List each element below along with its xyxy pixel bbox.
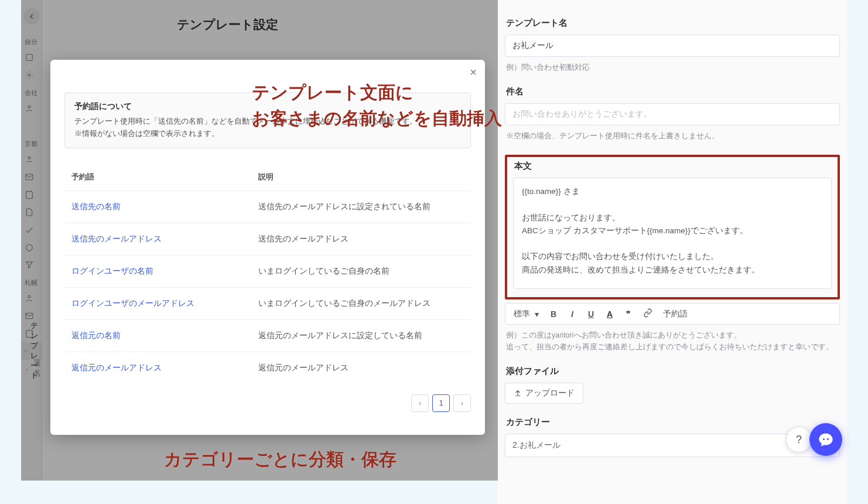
svg-point-6 [28,295,30,298]
editor-toolbar: 標準 ▾ B I U A ❞ 予約語 [505,303,840,325]
reserved-word-desc: 返信元のメールアドレス [251,352,471,384]
reserved-word-desc: 返信元のメールアドレスに設定している名前 [251,319,471,352]
table-row: 返信元の名前返信元のメールアドレスに設定している名前 [64,319,471,352]
field-label: テンプレート名 [506,18,840,29]
modal-note-line: ※情報がない場合は空欄で表示されます。 [74,128,461,140]
svg-rect-9 [25,350,27,352]
style-select[interactable]: 標準 ▾ [514,309,539,319]
pager-prev[interactable]: ‹ [411,394,429,412]
body-highlight-frame: 本文 [505,155,840,299]
table-row: 返信元のメールアドレス返信元のメールアドレス [64,352,471,384]
reserved-word-link[interactable]: 送信先の名前 [64,190,251,223]
upload-button[interactable]: アップロード [505,383,583,404]
svg-point-2 [28,105,30,108]
modal-infobox: 予約語について テンプレート使用時に「送信先の名前」などを自動でメール本文に埋め… [64,93,471,148]
chevron-down-icon: ▾ [535,309,539,319]
sidebar-item[interactable] [21,221,42,239]
modal-note-title: 予約語について [74,101,461,112]
left-screenshot: 自分 会社 京都 札幌 テンプレート 署名 テンプレート設定 × 予約 [21,0,498,481]
modal-note-line: テンプレート使用時に「送信先の名前」などを自動でメール本文に埋め込むことができる… [74,115,461,128]
reserved-word-link[interactable]: 送信先のメールアドレス [64,223,251,255]
link-icon[interactable] [643,308,652,319]
svg-rect-5 [26,192,33,199]
sidebar-item[interactable] [21,168,42,186]
chat-fab[interactable] [809,423,842,456]
sidebar-item[interactable] [21,290,42,307]
table-header: 説明 [251,164,471,191]
svg-point-10 [823,438,825,440]
page-title: テンプレート設定 [42,0,498,41]
close-icon[interactable]: × [470,66,477,79]
pager-page[interactable]: 1 [432,394,450,412]
table-row: ログインユーザのメールアドレスいまログインしているご自身のメールアドレス [64,287,471,319]
bold-button[interactable]: B [549,309,558,319]
reserved-word-link[interactable]: 返信元のメールアドレス [64,352,251,384]
svg-rect-7 [26,313,33,318]
sidebar-item[interactable] [21,100,42,117]
sidebar-section: 会社 [21,84,42,100]
table-row: 送信先のメールアドレス送信先のメールアドレス [64,223,471,255]
font-color-button[interactable]: A [606,309,614,319]
subject-input[interactable] [505,103,840,125]
reserved-words-button[interactable]: 予約語 [663,309,688,319]
sidebar-item-template[interactable]: テンプレート [21,342,42,360]
field-label: カテゴリー [506,417,840,428]
underline-button[interactable]: U [587,309,595,319]
reserved-word-link[interactable]: 返信元の名前 [64,319,251,352]
italic-button[interactable]: I [568,309,576,319]
sidebar-item[interactable] [21,203,42,221]
reserved-word-link[interactable]: ログインユーザのメールアドレス [64,287,251,319]
field-hint: 例）問い合わせ初動対応 [506,62,840,73]
sidebar-item[interactable] [21,49,42,66]
field-hint: 例）この度はyaritoriへお問い合わせ頂き誠にありがとうございます。 追って… [506,329,840,353]
sidebar-section: 札幌 [21,274,42,290]
table-row: 送信先の名前送信先のメールアドレスに設定されている名前 [64,190,471,223]
template-name-input[interactable] [505,35,840,57]
sidebar-item[interactable] [21,256,42,274]
reserved-words-table: 予約語 説明 送信先の名前送信先のメールアドレスに設定されている名前送信先のメー… [64,164,471,384]
svg-rect-0 [26,55,33,61]
field-label: 添付ファイル [506,366,840,377]
reserved-word-desc: 送信先のメールアドレスに設定されている名前 [251,190,471,223]
svg-rect-4 [26,174,33,179]
sidebar-item[interactable] [21,239,42,256]
back-button[interactable] [23,8,40,25]
svg-point-3 [28,156,30,159]
reserved-word-desc: いまログインしているご自身のメールアドレス [251,287,471,319]
table-row: ログインユーザの名前いまログインしているご自身の名前 [64,255,471,287]
help-button[interactable]: ? [786,427,812,452]
reserved-word-desc: 送信先のメールアドレス [251,223,471,255]
table-header: 予約語 [64,164,251,191]
sidebar-section: 京都 [21,135,42,151]
reserved-words-modal: × 予約語について テンプレート使用時に「送信先の名前」などを自動でメール本文に… [50,60,485,435]
field-hint: ※空欄の場合、テンプレート使用時に件名を上書きしません。 [506,130,840,142]
sidebar: 自分 会社 京都 札幌 テンプレート 署名 [21,0,42,481]
sidebar-item[interactable] [21,117,42,135]
sidebar-section: 自分 [21,33,42,49]
quote-button[interactable]: ❞ [624,309,633,319]
svg-point-11 [827,438,829,440]
reserved-word-desc: いまログインしているご自身の名前 [251,255,471,287]
field-label: 本文 [514,161,832,172]
body-textarea[interactable] [513,178,832,289]
reserved-word-link[interactable]: ログインユーザの名前 [64,255,251,287]
upload-icon [514,389,522,399]
sidebar-item[interactable] [21,66,42,84]
sidebar-item[interactable] [21,151,42,168]
sidebar-item[interactable] [21,186,42,203]
pager-next[interactable]: › [453,394,471,412]
pager: ‹ 1 › [64,394,471,412]
svg-point-1 [28,74,30,76]
field-label: 件名 [506,86,840,97]
